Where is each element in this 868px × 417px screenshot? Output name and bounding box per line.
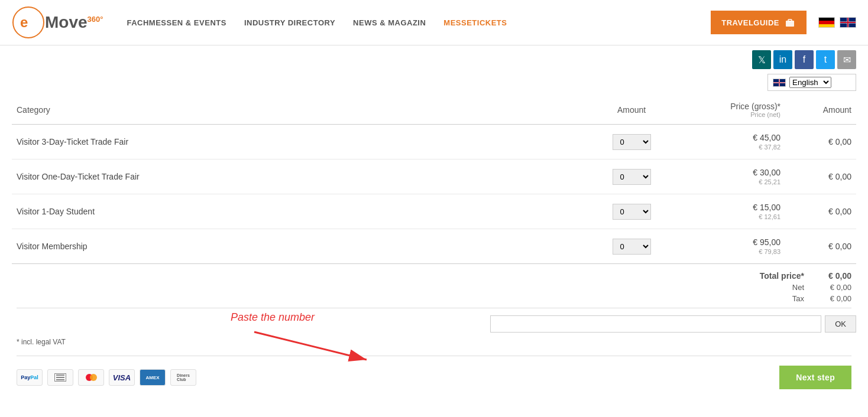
table-header-row: Category Amount Price (gross)* Price (ne… [12,96,856,125]
language-flags [818,17,856,28]
footer-area: PayPal VISA AMEX DinersClub Next step [12,356,856,399]
table-row: Visitor One-Day-Ticket Trade Fair 012345… [12,159,856,194]
language-selector[interactable]: Deutsch English [767,74,856,91]
social-bar: 𝕏 in f t ✉ [0,45,868,71]
qty-select-3[interactable]: 012345678910 [613,239,651,255]
german-flag[interactable] [818,17,835,28]
qty-select-2[interactable]: 012345678910 [613,204,651,220]
total-price-row: Total price* € 0,00 [760,271,851,281]
row-price-cell-0: € 45,00 € 37,82 [667,125,785,159]
row-category-3: Visitor Membership [12,229,596,264]
net-value: € 0,00 [816,283,851,292]
uk-flag[interactable] [840,17,856,28]
row-total-cell-0: € 0,00 [785,125,856,159]
net-label: Net [792,283,804,292]
row-price-cell-1: € 30,00 € 25,21 [667,159,785,194]
red-arrow-icon [248,329,378,364]
ticket-table: Category Amount Price (gross)* Price (ne… [12,96,856,264]
email-icon[interactable]: ✉ [837,50,856,69]
row-total-cell-1: € 0,00 [785,159,856,194]
xing-icon[interactable]: 𝕏 [752,50,771,69]
header-total: Amount [785,96,856,125]
table-row: Visitor 3-Day-Ticket Trade Fair 01234567… [12,125,856,159]
main-nav: FACHMESSEN & EVENTS INDUSTRY DIRECTORY N… [127,18,711,27]
bank-transfer-icon [47,369,73,386]
brand-name: Move360° [45,14,103,31]
visa-icon: VISA [109,369,135,386]
payment-icons: PayPal VISA AMEX DinersClub [17,369,196,386]
table-row: Visitor Membership 012345678910 € 95,00 … [12,229,856,264]
summary-section: Total price* € 0,00 Net € 0,00 Tax € 0,0… [12,264,856,308]
qty-select-0[interactable]: 012345678910 [613,134,651,150]
linkedin-icon[interactable]: in [773,50,792,69]
ok-button[interactable]: OK [825,315,856,333]
row-qty-cell-0[interactable]: 012345678910 [596,125,667,159]
table-row: Visitor 1-Day Student 012345678910 € 15,… [12,194,856,229]
svg-line-5 [254,332,367,360]
header-price: Price (gross)* Price (net) [667,96,785,125]
brand-suffix: 360° [88,15,103,24]
main-content: Category Amount Price (gross)* Price (ne… [0,96,868,399]
total-price-value: € 0,00 [816,271,851,281]
nav-messetickets[interactable]: MESSETICKETS [443,18,507,27]
row-category-2: Visitor 1-Day Student [12,194,596,229]
twitter-icon[interactable]: t [816,50,835,69]
summary-table: Total price* € 0,00 Net € 0,00 Tax € 0,0… [760,271,851,305]
diners-icon: DinersClub [170,369,196,386]
row-category-0: Visitor 3-Day-Ticket Trade Fair [12,125,596,159]
header-category: Category [12,96,596,125]
suitcase-icon [784,17,796,28]
coupon-section: Paste the number * incl. legal VAT OK [12,308,856,356]
logo[interactable]: e Move360° [12,6,103,39]
row-category-1: Visitor One-Day-Ticket Trade Fair [12,159,596,194]
qty-select-1[interactable]: 012345678910 [613,169,651,185]
language-selector-bar: Deutsch English [0,71,868,96]
header: e Move360° FACHMESSEN & EVENTS INDUSTRY … [0,0,868,45]
coupon-input[interactable] [490,315,821,333]
row-qty-cell-2[interactable]: 012345678910 [596,194,667,229]
row-price-cell-2: € 15,00 € 12,61 [667,194,785,229]
selected-flag-icon [773,79,786,87]
row-price-cell-3: € 95,00 € 79,83 [667,229,785,264]
row-qty-cell-3[interactable]: 012345678910 [596,229,667,264]
row-total-cell-2: € 0,00 [785,194,856,229]
paste-annotation: Paste the number [231,311,315,324]
language-dropdown[interactable]: Deutsch English [789,77,831,88]
svg-point-0 [13,7,44,38]
facebook-icon[interactable]: f [795,50,814,69]
net-row: Net € 0,00 [760,283,851,292]
paypal-icon: PayPal [17,369,43,386]
tax-row: Tax € 0,00 [760,294,851,303]
vat-note: * incl. legal VAT [12,333,70,351]
row-total-cell-3: € 0,00 [785,229,856,264]
row-qty-cell-1[interactable]: 012345678910 [596,159,667,194]
travelguide-button[interactable]: TRAVELGUIDE [711,11,807,34]
svg-rect-3 [788,19,792,21]
total-price-label: Total price* [760,271,804,281]
svg-text:e: e [20,14,28,30]
coupon-input-area: OK [12,308,856,340]
nav-fachmessen[interactable]: FACHMESSEN & EVENTS [127,18,226,27]
nav-news[interactable]: NEWS & MAGAZIN [353,18,426,27]
mastercard-icon [78,369,104,386]
header-amount: Amount [596,96,667,125]
tax-label: Tax [792,294,804,303]
nav-industry[interactable]: INDUSTRY DIRECTORY [244,18,335,27]
logo-icon: e [12,6,45,39]
next-step-button[interactable]: Next step [779,366,851,389]
amex-icon: AMEX [140,369,166,386]
tax-value: € 0,00 [816,294,851,303]
